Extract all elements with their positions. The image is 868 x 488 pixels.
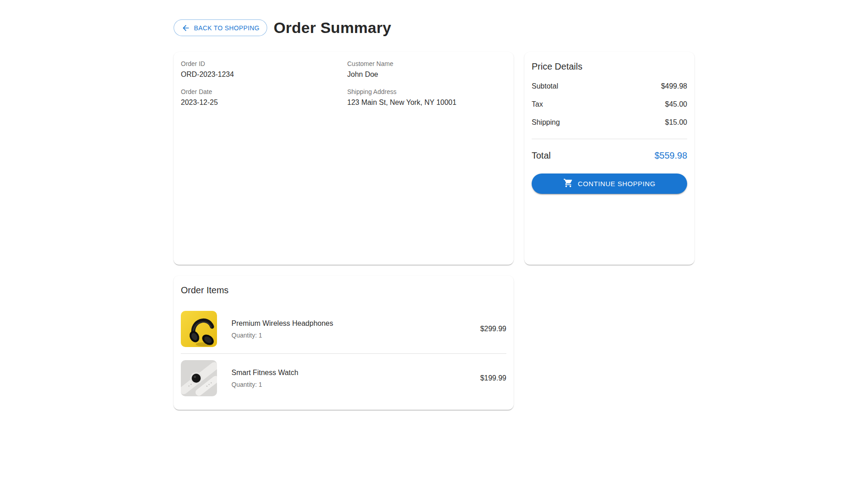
page-title: Order Summary bbox=[274, 19, 391, 37]
shipping-address-field: Shipping Address 123 Main St, New York, … bbox=[347, 87, 506, 108]
order-item-row: Smart Fitness Watch Quantity: 1 $199.99 bbox=[181, 354, 506, 403]
order-item-row: Premium Wireless Headphones Quantity: 1 … bbox=[181, 305, 506, 353]
page-header: BACK TO SHOPPING Order Summary bbox=[174, 19, 694, 37]
price-divider bbox=[532, 139, 687, 139]
order-summary-page: BACK TO SHOPPING Order Summary Order ID … bbox=[174, 0, 694, 410]
item-name: Premium Wireless Headphones bbox=[231, 318, 333, 329]
order-info-grid: Order ID ORD-2023-1234 Customer Name Joh… bbox=[181, 59, 506, 115]
back-to-shopping-label: BACK TO SHOPPING bbox=[194, 24, 259, 32]
order-date-label: Order Date bbox=[181, 87, 340, 96]
customer-name-value: John Doe bbox=[347, 69, 506, 80]
total-label: Total bbox=[532, 148, 551, 163]
shipping-label: Shipping bbox=[532, 117, 560, 128]
item-price: $199.99 bbox=[480, 373, 506, 384]
shipping-address-label: Shipping Address bbox=[347, 87, 506, 96]
product-image-headphones bbox=[181, 311, 217, 347]
order-item-info: Premium Wireless Headphones Quantity: 1 bbox=[231, 318, 333, 340]
order-id-field: Order ID ORD-2023-1234 bbox=[181, 59, 340, 80]
shipping-value: $15.00 bbox=[665, 117, 687, 128]
shopping-cart-icon bbox=[563, 178, 573, 189]
customer-name-label: Customer Name bbox=[347, 59, 506, 68]
arrow-left-icon bbox=[181, 23, 190, 33]
item-quantity: Quantity: 1 bbox=[231, 380, 298, 389]
order-info-card: Order ID ORD-2023-1234 Customer Name Joh… bbox=[174, 52, 514, 265]
continue-shopping-button[interactable]: CONTINUE SHOPPING bbox=[532, 174, 687, 194]
total-value: $559.98 bbox=[655, 148, 687, 163]
item-name: Smart Fitness Watch bbox=[231, 367, 298, 378]
shipping-row: Shipping $15.00 bbox=[532, 117, 687, 128]
order-date-field: Order Date 2023-12-25 bbox=[181, 87, 340, 108]
tax-label: Tax bbox=[532, 99, 543, 110]
subtotal-row: Subtotal $499.98 bbox=[532, 81, 687, 92]
order-item-info: Smart Fitness Watch Quantity: 1 bbox=[231, 367, 298, 389]
order-id-value: ORD-2023-1234 bbox=[181, 69, 340, 80]
price-details-card: Price Details Subtotal $499.98 Tax $45.0… bbox=[524, 52, 694, 265]
total-row: Total $559.98 bbox=[532, 148, 687, 163]
back-to-shopping-button[interactable]: BACK TO SHOPPING bbox=[174, 19, 267, 36]
item-price: $299.99 bbox=[480, 324, 506, 334]
subtotal-value: $499.98 bbox=[661, 81, 687, 92]
subtotal-label: Subtotal bbox=[532, 81, 558, 92]
order-date-value: 2023-12-25 bbox=[181, 97, 340, 108]
price-details-title: Price Details bbox=[532, 59, 687, 74]
item-quantity: Quantity: 1 bbox=[231, 331, 333, 340]
tax-row: Tax $45.00 bbox=[532, 99, 687, 110]
order-items-title: Order Items bbox=[181, 283, 506, 297]
product-image-watch bbox=[181, 360, 217, 396]
shipping-address-value: 123 Main St, New York, NY 10001 bbox=[347, 97, 506, 108]
order-items-card: Order Items bbox=[174, 276, 514, 410]
customer-name-field: Customer Name John Doe bbox=[347, 59, 506, 80]
main-content: Order ID ORD-2023-1234 Customer Name Joh… bbox=[174, 52, 694, 265]
continue-shopping-label: CONTINUE SHOPPING bbox=[578, 180, 656, 188]
tax-value: $45.00 bbox=[665, 99, 687, 110]
order-id-label: Order ID bbox=[181, 59, 340, 68]
